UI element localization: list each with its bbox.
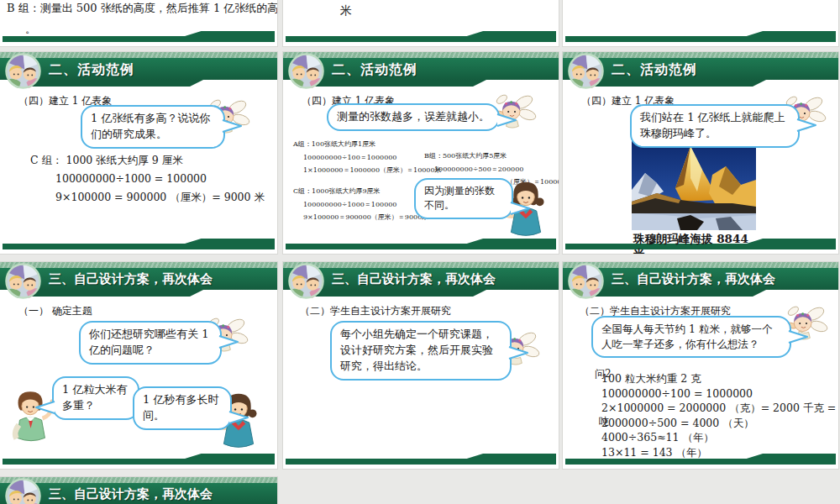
speech-bubble-text: 我们站在 1 亿张纸上就能爬上珠穆朗玛峰了。 xyxy=(640,111,785,139)
speech-bubble-text: 每个小组先确定一个研究课题，设计好研究方案，然后开展实验研究，得出结论。 xyxy=(340,328,493,372)
header-stripe xyxy=(283,262,559,268)
slide-thumbnail-4[interactable]: 二、活动范例 （四）建立 1 亿表象 1 亿张纸有多高？说说你们的研究成果。 C… xyxy=(0,52,277,254)
slide-thumbnail-7[interactable]: 三、自己设计方案，再次体会 （一） 确定主题 你们还想研究哪些有关 1 亿的问题… xyxy=(0,262,277,469)
group-line: 9×100000＝900000（厘米）＝9000米 xyxy=(303,211,428,224)
speech-bubble-text: 1 亿粒大米有多重？ xyxy=(62,383,127,412)
slide-title: 二、活动范例 xyxy=(612,61,697,79)
slide-body-text: 。 xyxy=(25,22,36,37)
speech-bubble: 1 亿张纸有多高？说说你们的研究成果。 xyxy=(81,105,225,149)
bubble-tail xyxy=(496,113,517,128)
calculation-lines: 100 粒大米约重 2 克 100000000÷100 = 1000000 2×… xyxy=(601,371,838,460)
speech-bubble: 1 亿粒大米有多重？ xyxy=(52,376,139,420)
slide-thumbnail-10[interactable]: 三、自己设计方案，再次体会 xyxy=(0,477,277,504)
header-bar xyxy=(0,58,277,80)
slide-footer-bar xyxy=(565,31,836,42)
speech-bubble: 我们站在 1 亿张纸上就能爬上珠穆朗玛峰了。 xyxy=(630,104,800,148)
slide-thumbnail-6[interactable]: 二、活动范例 （四）建立 1 亿表象 我们站在 1 亿张纸上就能爬上珠穆朗玛峰了… xyxy=(563,52,838,254)
group-line: B组：500张纸大约厚5厘米 xyxy=(424,150,559,163)
everest-photo xyxy=(632,141,756,230)
group-c-work: C组：1000张纸大约厚9厘米 100000000÷1000＝100000 9×… xyxy=(293,185,428,224)
speech-bubble-text: 1 亿秒有多长时间。 xyxy=(143,393,218,422)
overlapping-text-artifact: 问2 xyxy=(595,367,612,381)
children-illustration-icon xyxy=(5,478,41,504)
group-a-work: A组：100张纸大约厚1厘米 100000000÷100＝1000000 1×1… xyxy=(293,138,442,177)
slide-subtitle: （二）学生自主设计方案开展研究 xyxy=(300,304,451,318)
children-illustration-icon xyxy=(5,263,41,299)
bubble-tail xyxy=(788,329,808,344)
header-bar xyxy=(563,58,838,80)
slide-body-text: B 组：测量出 500 张纸的高度，然后推算 1 亿张纸的高度 xyxy=(7,1,277,16)
bubble-tail xyxy=(796,118,816,133)
slide-thumbnail-9[interactable]: 三、自己设计方案，再次体会 （二）学生自主设计方案开展研究 全国每人每天节约 1… xyxy=(563,262,838,469)
slide-thumbnail-2[interactable]: 米 xyxy=(283,0,559,46)
speech-bubble-text: 因为测量的张数不同。 xyxy=(424,185,495,211)
group-line: 100000000÷500＝200000 xyxy=(434,163,559,176)
header-stripe xyxy=(563,52,838,58)
speech-bubble: 因为测量的张数不同。 xyxy=(414,178,513,219)
bubble-tail xyxy=(508,345,528,360)
speech-bubble: 全国每人每天节约 1 粒米，就够一个人吃一辈子还多，你有什么想法？ xyxy=(591,316,791,358)
bubble-tail xyxy=(35,400,55,415)
photo-caption: 珠穆朗玛峰海拔 8844 米 xyxy=(633,232,759,254)
speech-bubble-text: 全国每人每天节约 1 粒米，就够一个人吃一辈子还多，你有什么想法？ xyxy=(601,323,772,350)
slide-thumbnail-1[interactable]: B 组：测量出 500 张纸的高度，然后推算 1 亿张纸的高度 。 xyxy=(0,0,277,46)
group-line: 1×1000000＝1000000（厘米）＝10000米 xyxy=(303,164,442,177)
slide-footer-bar xyxy=(286,239,556,249)
group-line: 100000000÷100＝1000000 xyxy=(303,151,442,165)
bubble-tail xyxy=(510,201,530,216)
slide-body-text: 100 粒大米约重 2 克 xyxy=(601,371,838,386)
overlapping-text-artifact: 吨 xyxy=(599,415,610,429)
slide-body-text: 米 xyxy=(340,3,352,18)
slide-thumbnail-3[interactable] xyxy=(563,0,838,46)
children-illustration-icon xyxy=(568,263,604,299)
children-illustration-icon xyxy=(568,53,604,89)
speech-bubble-text: 你们还想研究哪些有关 1 亿的问题呢？ xyxy=(89,328,208,356)
slide-body-text: C 组： 1000 张纸大约厚 9 厘米 xyxy=(30,154,183,168)
header-stripe xyxy=(0,52,277,58)
slide-formula: 100000000÷1000 = 100000 xyxy=(55,172,207,185)
slide-footer-bar xyxy=(286,31,556,42)
boy-character-icon xyxy=(7,386,55,457)
slide-title: 三、自己设计方案，再次体会 xyxy=(332,271,496,287)
header-bar xyxy=(283,58,559,80)
header-stripe xyxy=(0,477,277,483)
slide-title: 二、活动范例 xyxy=(332,61,417,79)
slide-thumbnail-8[interactable]: 三、自己设计方案，再次体会 （二）学生自主设计方案开展研究 每个小组先确定一个研… xyxy=(283,262,559,469)
slide-title: 三、自己设计方案，再次体会 xyxy=(49,271,213,287)
slide-formula: 4000÷365≈11 （年） xyxy=(601,430,838,445)
speech-bubble: 测量的张数越多，误差就越小。 xyxy=(327,103,500,131)
slide-title: 三、自己设计方案，再次体会 xyxy=(49,486,213,502)
bubble-tail xyxy=(222,118,242,134)
header-stripe xyxy=(563,262,838,268)
speech-bubble-text: 测量的张数越多，误差就越小。 xyxy=(337,110,490,123)
group-line: A组：100张纸大约厚1厘米 xyxy=(293,138,442,151)
speech-bubble: 每个小组先确定一个研究课题，设计好研究方案，然后开展实验研究，得出结论。 xyxy=(330,321,512,381)
slide-formula: 2000000÷500 = 4000 （天） xyxy=(601,416,838,431)
header-stripe xyxy=(0,262,277,268)
speech-bubble-text: 1 亿张纸有多高？说说你们的研究成果。 xyxy=(91,112,210,140)
slide-footer-bar xyxy=(286,454,556,465)
children-illustration-icon xyxy=(288,263,324,299)
slide-formula: 2×1000000 = 2000000 （克）= 2000 千克 = 2 xyxy=(601,401,838,416)
header-stripe xyxy=(283,52,559,58)
speech-bubble: 你们还想研究哪些有关 1 亿的问题呢？ xyxy=(79,321,222,365)
children-illustration-icon xyxy=(288,53,324,89)
children-illustration-icon xyxy=(5,53,41,89)
slide-formula: 9×100000 = 900000 （厘米）= 9000 米 xyxy=(55,191,265,205)
speech-bubble: 1 亿秒有多长时间。 xyxy=(133,386,232,430)
slide-sorter-background: { "colors":{"header_green":"#176749","st… xyxy=(0,0,840,504)
slide-thumbnail-5[interactable]: 二、活动范例 （四）建立 1 亿表象 测量的张数越多，误差就越小。 A组：100… xyxy=(283,52,559,254)
group-line: 100000000÷1000＝100000 xyxy=(303,198,428,212)
slide-footer-bar xyxy=(3,239,275,249)
slide-subtitle: （一） 确定主题 xyxy=(18,304,92,318)
slide-formula: 100000000÷100 = 1000000 xyxy=(601,386,838,402)
bubble-tail xyxy=(218,334,239,349)
slide-footer-bar xyxy=(3,31,275,42)
slide-title: 三、自己设计方案，再次体会 xyxy=(612,271,775,287)
bubble-tail xyxy=(228,410,249,425)
slide-title: 二、活动范例 xyxy=(49,61,134,79)
group-line: C组：1000张纸大约厚9厘米 xyxy=(293,185,428,198)
